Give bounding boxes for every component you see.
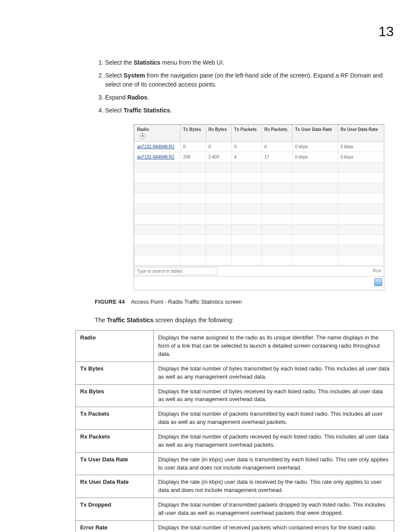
definition-desc: Displays the total number of received pa… <box>154 520 394 532</box>
table-cell: 0 <box>206 142 231 152</box>
step-bold: Statistics <box>134 59 160 66</box>
step-post: menu from the Web UI. <box>160 59 224 66</box>
page-number: 13 <box>378 22 394 41</box>
column-header[interactable]: Tx Bytes <box>181 125 206 142</box>
table-cell <box>292 173 338 183</box>
table-cell <box>338 183 384 193</box>
table-cell <box>134 224 181 235</box>
table-cell <box>231 224 262 235</box>
table-row <box>134 193 384 204</box>
table-cell <box>338 245 384 255</box>
definition-row: Tx User Data RateDisplays the rate (in k… <box>76 452 394 475</box>
definition-row: Tx PacketsDisplays the total number of p… <box>76 407 394 430</box>
definition-term: Tx User Data Rate <box>76 452 154 475</box>
table-cell <box>338 173 384 183</box>
figure-label: FIGURE 44 <box>95 299 125 305</box>
table-row <box>134 245 384 255</box>
table-cell <box>181 204 206 214</box>
table-cell <box>338 214 384 224</box>
table-cell <box>134 193 181 204</box>
table-cell <box>134 204 181 214</box>
table-cell <box>262 214 292 224</box>
lead-pre: The <box>95 317 107 324</box>
column-header[interactable]: Tx User Data Rate <box>292 125 338 142</box>
definition-term: Rx User Data Rate <box>76 475 154 498</box>
table-cell <box>338 162 384 173</box>
table-cell: 0 kbps <box>292 142 338 152</box>
table-cell <box>292 224 338 235</box>
table-cell: 2,409 <box>206 152 231 162</box>
steps-list: Select the Statistics menu from the Web … <box>95 58 394 115</box>
refresh-icon[interactable] <box>374 278 382 286</box>
table-cell <box>262 183 292 193</box>
step-item: Select the Statistics menu from the Web … <box>105 58 394 67</box>
table-cell <box>231 214 262 224</box>
step-bold: Traffic Statistics <box>124 107 170 114</box>
step-post: from the navigation pane (on the left-ha… <box>105 72 383 87</box>
table-cell <box>262 162 292 173</box>
table-cell <box>338 255 384 266</box>
step-item: Expand Radios. <box>105 93 394 102</box>
table-cell <box>181 162 206 173</box>
table-cell <box>206 162 231 173</box>
table-row <box>134 255 384 266</box>
table-cell <box>206 173 231 183</box>
table-cell <box>181 235 206 245</box>
step-bold: System <box>124 72 145 79</box>
table-row <box>134 214 384 224</box>
table-cell <box>231 162 262 173</box>
column-header[interactable]: Tx Packets <box>231 125 262 142</box>
table-cell <box>206 235 231 245</box>
table-cell <box>181 245 206 255</box>
table-cell <box>181 183 206 193</box>
lead-bold: Traffic Statistics <box>107 317 153 324</box>
definition-row: Rx BytesDisplays the total number of byt… <box>76 384 394 407</box>
definition-desc: Displays the rate (in kbps) user data is… <box>154 475 394 498</box>
lead-post: screen displays the following: <box>153 317 234 324</box>
definition-term: Tx Bytes <box>76 361 154 384</box>
figure-caption-text: Access Point - Radio Traffic Statistics … <box>131 299 242 305</box>
table-cell <box>231 245 262 255</box>
sort-asc-icon[interactable]: ▲ <box>140 133 146 139</box>
table-cell <box>134 235 181 245</box>
table-cell <box>338 204 384 214</box>
radio-link[interactable]: ap7131-8A4848:R1 <box>137 144 174 149</box>
step-item: Select Traffic Statistics. <box>105 106 394 115</box>
table-cell <box>134 183 181 193</box>
table-cell <box>292 245 338 255</box>
table-cell <box>134 173 181 183</box>
table-cell <box>206 224 231 235</box>
column-header[interactable]: Rx User Data Rate <box>338 125 384 142</box>
table-cell <box>206 193 231 204</box>
table-cell <box>231 204 262 214</box>
table-cell <box>206 245 231 255</box>
definition-row: Rx PacketsDisplays the total number of p… <box>76 430 394 453</box>
definition-term: Error Rate <box>76 520 154 532</box>
definition-term: Radio <box>76 331 154 362</box>
table-cell <box>181 193 206 204</box>
table-cell <box>262 235 292 245</box>
table-cell: 17 <box>262 152 292 162</box>
table-cell <box>134 162 181 173</box>
table-cell <box>231 173 262 183</box>
table-cell <box>181 214 206 224</box>
column-header[interactable]: Rx Bytes <box>206 125 231 142</box>
definition-row: Error RateDisplays the total number of r… <box>76 520 394 532</box>
table-cell <box>292 255 338 266</box>
column-header[interactable]: Radio▲ <box>134 125 181 142</box>
table-cell <box>338 193 384 204</box>
table-cell <box>206 183 231 193</box>
definition-row: Tx BytesDisplays the total number of byt… <box>76 361 394 384</box>
radio-link[interactable]: ap7131-8A4848:R2 <box>137 155 174 159</box>
table-cell <box>231 255 262 266</box>
table-cell <box>206 204 231 214</box>
column-header[interactable]: Rx Packets <box>262 125 292 142</box>
definition-desc: Displays the total number of transmitted… <box>154 498 394 521</box>
definition-row: Tx DroppedDisplays the total number of t… <box>76 498 394 521</box>
table-cell: ap7131-8A4848:R1 <box>134 142 181 152</box>
definition-desc: Displays the total number of bytes recei… <box>154 384 394 407</box>
definition-row: RadioDisplays the name assigned to the r… <box>76 331 394 362</box>
search-input[interactable] <box>134 267 218 275</box>
field-definitions-table: RadioDisplays the name assigned to the r… <box>75 330 394 532</box>
table-cell <box>134 245 181 255</box>
